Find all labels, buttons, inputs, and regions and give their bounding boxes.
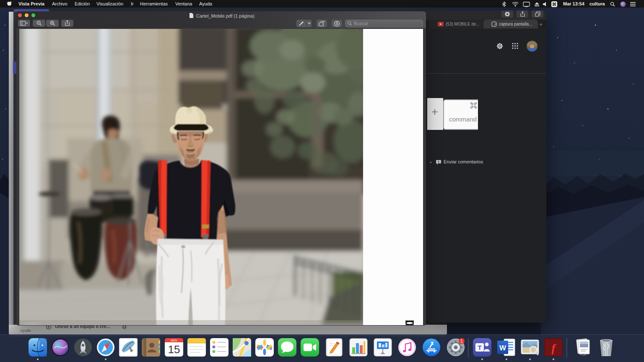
svg-text:PDF: PDF: [581, 353, 587, 356]
svg-text:15: 15: [168, 343, 180, 356]
svg-text:NOV: NOV: [171, 339, 177, 342]
svg-text:1: 1: [460, 339, 463, 344]
svg-text:W: W: [499, 344, 506, 352]
svg-text:T: T: [478, 344, 481, 351]
